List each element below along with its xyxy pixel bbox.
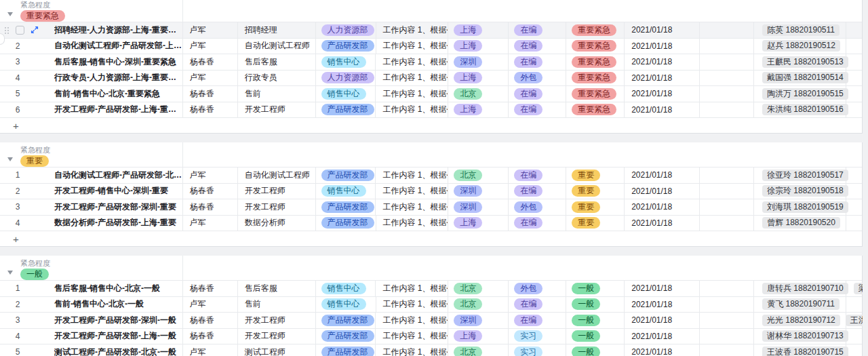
cell-employment-status[interactable]: 在编	[509, 86, 566, 102]
cell-city[interactable]: 上海	[448, 22, 509, 38]
cell-empty[interactable]	[700, 313, 754, 328]
cell-owner[interactable]: 卢军	[183, 71, 238, 86]
cell-empty[interactable]	[700, 344, 754, 356]
cell-city[interactable]: 上海	[448, 71, 509, 86]
cell-department[interactable]: 产品研发部	[316, 167, 376, 183]
cell-title[interactable]: 2售前-销售中心-北京-一般	[0, 297, 183, 313]
cell-city[interactable]: 北京	[448, 344, 509, 356]
cell-empty[interactable]	[700, 216, 754, 231]
cell-urgency[interactable]: 重要	[566, 184, 625, 199]
cell-employment-status[interactable]: 在编	[509, 102, 566, 118]
cell-trailing[interactable]	[846, 39, 862, 54]
cell-department[interactable]: 产品研发部	[316, 344, 376, 356]
cell-empty[interactable]	[700, 86, 754, 102]
cell-empty[interactable]	[700, 71, 754, 86]
cell-date[interactable]: 2021/01/18	[625, 102, 700, 118]
cell-contact[interactable]: 赵兵 18820190512	[754, 39, 846, 54]
cell-empty[interactable]	[700, 199, 754, 215]
cell-owner[interactable]: 卢军	[183, 22, 238, 38]
cell-employment-status[interactable]: 在编	[509, 313, 566, 328]
cell-job-title[interactable]: 开发工程师	[238, 313, 316, 328]
cell-contact[interactable]: 黄飞 18820190711	[754, 297, 846, 313]
cell-city[interactable]: 深圳	[448, 199, 509, 215]
cell-job-title[interactable]: 开发工程师	[238, 184, 316, 199]
cell-trailing[interactable]	[846, 344, 862, 356]
cell-trailing[interactable]	[846, 329, 862, 344]
cell-contact[interactable]: 光光 18820190712王洪起	[754, 313, 846, 328]
cell-work-content[interactable]: 工作内容 1、根据公...	[376, 297, 449, 313]
cell-job-title[interactable]: 数据分析师	[238, 216, 316, 231]
add-record-row[interactable]: +	[0, 231, 862, 246]
cell-contact[interactable]: 陈英 18820190511	[754, 22, 846, 38]
cell-urgency[interactable]: 重要紧急	[566, 71, 625, 86]
cell-employment-status[interactable]: 在编	[509, 167, 566, 183]
cell-contact[interactable]: 徐亚玲 18820190517	[754, 167, 846, 183]
cell-department[interactable]: 销售中心	[316, 86, 376, 102]
cell-urgency[interactable]: 重要	[566, 199, 625, 215]
cell-owner[interactable]: 杨春香	[183, 184, 238, 199]
cell-employment-status[interactable]: 在编	[509, 39, 566, 54]
cell-city[interactable]: 上海	[448, 39, 509, 54]
collapse-triangle-icon[interactable]	[7, 12, 13, 16]
cell-urgency[interactable]: 重要紧急	[566, 86, 625, 102]
cell-work-content[interactable]: 工作内容 1、根据公...	[376, 184, 448, 199]
cell-contact[interactable]: 陶洪万 18820190515	[754, 86, 846, 102]
cell-city[interactable]: 深圳	[448, 54, 509, 70]
cell-title[interactable]: 2自动化测试工程师-产品研发部-上海-重要紧急	[0, 39, 183, 54]
cell-owner[interactable]: 杨春香	[183, 313, 238, 328]
cell-department[interactable]: 产品研发部	[316, 199, 376, 215]
cell-employment-status[interactable]: 在编	[509, 297, 566, 313]
cell-job-title[interactable]: 测试工程师	[238, 344, 316, 356]
cell-urgency[interactable]: 一般	[566, 329, 625, 344]
cell-work-content[interactable]: 工作内容 1、根据公...	[376, 167, 448, 183]
cell-date[interactable]: 2021/01/18	[625, 167, 700, 183]
cell-department[interactable]: 销售中心	[316, 184, 376, 199]
cell-job-title[interactable]: 自动化测试工程师	[238, 39, 316, 54]
cell-empty[interactable]	[700, 167, 754, 183]
cell-employment-status[interactable]: 实习	[509, 344, 566, 356]
cell-department[interactable]: 销售中心	[316, 54, 376, 70]
cell-city[interactable]: 深圳	[448, 184, 509, 199]
cell-urgency[interactable]: 重要紧急	[566, 39, 625, 54]
cell-contact[interactable]: 朱洪纯 18820190516	[754, 102, 846, 118]
cell-empty[interactable]	[700, 297, 754, 313]
cell-title[interactable]: 3开发工程师-产品研发部-深圳-一般	[0, 313, 183, 328]
cell-title[interactable]: 1自动化测试工程师-产品研发部-北京-重要	[0, 167, 183, 183]
cell-urgency[interactable]: 重要紧急	[566, 22, 625, 38]
cell-date[interactable]: 2021/01/18	[625, 184, 700, 199]
cell-title[interactable]: 3售后客服-销售中心-深圳-重要紧急	[0, 54, 183, 70]
cell-city[interactable]: 北京	[448, 281, 509, 296]
cell-work-content[interactable]: 工作内容 1、根据公...	[376, 22, 449, 38]
cell-empty[interactable]	[700, 54, 754, 70]
expand-record-icon[interactable]	[30, 25, 39, 35]
cell-department[interactable]: 人力资源部	[316, 22, 376, 38]
cell-contact[interactable]: 王麒民 18820190513	[754, 54, 846, 70]
cell-job-title[interactable]: 开发工程师	[238, 199, 316, 215]
cell-trailing[interactable]	[846, 167, 862, 183]
cell-work-content[interactable]: 工作内容 1、根据公...	[376, 329, 448, 344]
cell-employment-status[interactable]: 在编	[509, 22, 566, 38]
cell-job-title[interactable]: 售前	[238, 297, 316, 313]
cell-job-title[interactable]: 自动化测试工程师	[238, 167, 316, 183]
cell-date[interactable]: 2021/01/18	[625, 71, 700, 86]
cell-department[interactable]: 人力资源部	[316, 71, 376, 86]
cell-date[interactable]: 2021/01/18	[625, 329, 700, 344]
cell-city[interactable]: 北京	[448, 86, 509, 102]
cell-employment-status[interactable]: 外包	[509, 281, 566, 296]
collapse-triangle-icon[interactable]	[7, 271, 13, 275]
cell-title[interactable]: 6开发工程师-产品研发部-上海-重要紧急	[0, 102, 183, 118]
cell-empty[interactable]	[700, 329, 754, 344]
cell-title[interactable]: 4开发工程师-产品研发部-上海-一般	[0, 329, 183, 344]
cell-date[interactable]: 2021/01/18	[625, 344, 700, 356]
cell-employment-status[interactable]: 实习	[509, 329, 566, 344]
cell-contact[interactable]: 唐转兵 18820190710梁迎春	[754, 281, 846, 296]
cell-department[interactable]: 产品研发部	[316, 329, 376, 344]
cell-urgency[interactable]: 一般	[566, 313, 625, 328]
cell-contact[interactable]: 刘海琪 18820190519	[754, 199, 846, 215]
cell-urgency[interactable]: 一般	[566, 344, 625, 356]
cell-contact[interactable]: 谢林华 18820190713	[754, 329, 846, 344]
cell-title[interactable]: 5测试工程师-产品研发部-北京-一般	[0, 344, 183, 356]
cell-trailing[interactable]	[846, 184, 862, 199]
cell-employment-status[interactable]: 在编	[509, 54, 566, 70]
cell-employment-status[interactable]: 外包	[509, 71, 566, 86]
